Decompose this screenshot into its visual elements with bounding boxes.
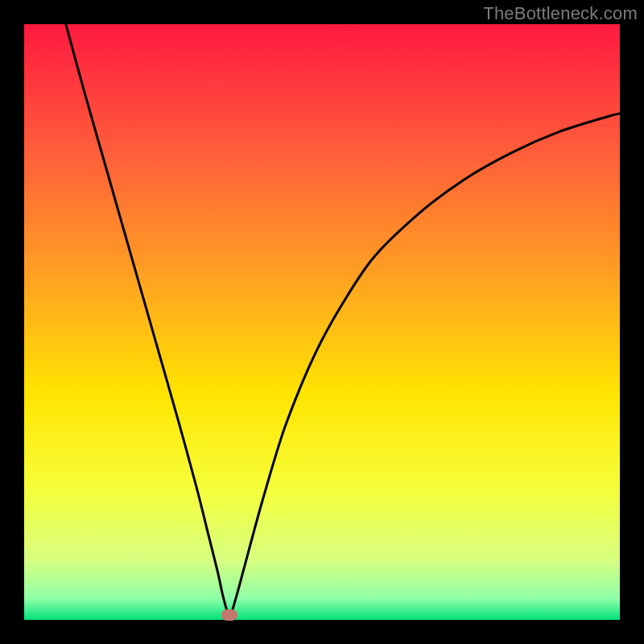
- chart-frame: TheBottleneck.com: [0, 0, 644, 644]
- watermark-text: TheBottleneck.com: [483, 3, 638, 24]
- bottleneck-curve: [24, 24, 620, 620]
- curve-path: [66, 24, 620, 616]
- plot-area: [24, 24, 620, 620]
- optimum-marker: [221, 609, 237, 621]
